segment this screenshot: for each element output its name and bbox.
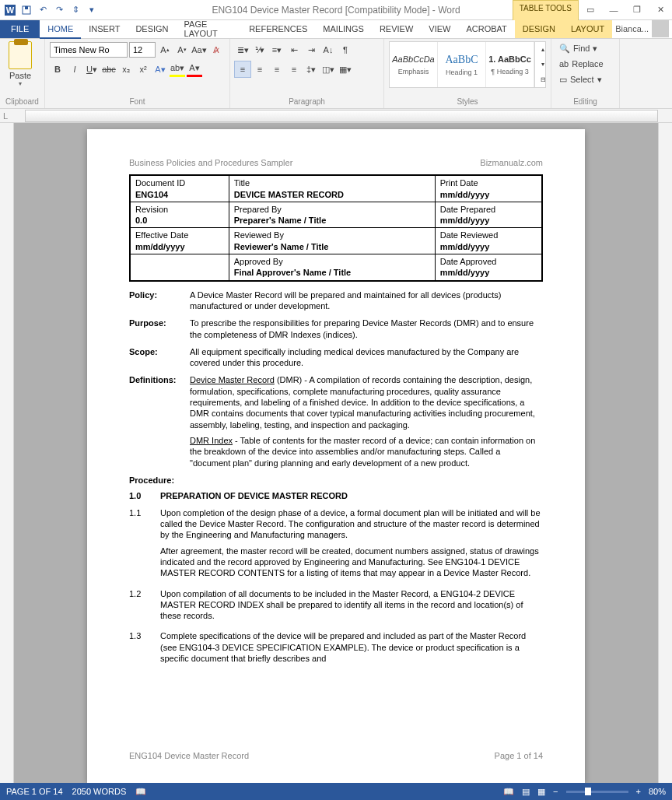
view-read-icon[interactable]: 📖	[503, 787, 514, 797]
group-paragraph: ≣▾ ⅟▾ ≡▾ ⇤ ⇥ A↓ ¶ ≡ ≡ ≡ ≡ ‡▾ ◫▾ ▦▾ Parag…	[230, 39, 384, 108]
table-row[interactable]: Revision0.0 Prepared ByPreparer's Name /…	[130, 202, 542, 228]
word-app-icon[interactable]: W	[3, 3, 17, 17]
svg-text:W: W	[6, 5, 15, 15]
purpose-section: Purpose: To prescribe the responsibiliti…	[129, 318, 543, 340]
page[interactable]: Business Policies and Procedures Sampler…	[87, 129, 585, 783]
increase-indent-icon[interactable]: ⇥	[303, 42, 319, 58]
restore-button[interactable]: ❐	[625, 0, 649, 20]
bold-icon[interactable]: B	[50, 61, 65, 77]
highlight-icon[interactable]: ab▾	[170, 61, 185, 77]
zoom-in-icon[interactable]: +	[636, 787, 641, 796]
undo-icon[interactable]: ↶	[36, 3, 50, 17]
item-1-3: 1.3 Complete specifications of the devic…	[129, 630, 543, 668]
styles-up-icon[interactable]: ▴	[535, 42, 551, 57]
align-left-icon[interactable]: ≡	[235, 61, 250, 77]
close-button[interactable]: ✕	[649, 0, 672, 20]
footer-right: Page 1 of 14	[495, 750, 543, 761]
group-font: A▴ A▾ Aa▾ A̷ B I U▾ abc x₂ x² A▾ ab▾ A▾ …	[45, 39, 230, 108]
font-size-input[interactable]	[129, 42, 156, 58]
style-emphasis[interactable]: AaBbCcDaEmphasis	[390, 42, 438, 87]
style-heading3[interactable]: 1. AaBbCc¶ Heading 3	[486, 42, 534, 87]
replace-button[interactable]: abReplace	[556, 57, 607, 71]
tab-design[interactable]: DESIGN	[128, 19, 176, 38]
subscript-icon[interactable]: x₂	[118, 61, 134, 77]
align-center-icon[interactable]: ≡	[252, 61, 268, 77]
tab-acrobat[interactable]: ACROBAT	[458, 19, 514, 38]
header-left: Business Policies and Procedures Sampler	[129, 157, 292, 168]
select-button[interactable]: ▭Select▾	[556, 72, 607, 86]
justify-icon[interactable]: ≡	[286, 61, 302, 77]
line-spacing-icon[interactable]: ‡▾	[303, 61, 319, 77]
italic-icon[interactable]: I	[67, 61, 82, 77]
user-account[interactable]: Bianca...	[612, 19, 672, 38]
styles-more-icon[interactable]: ⊟	[535, 72, 551, 87]
styles-group-label: Styles	[389, 97, 546, 108]
group-styles: AaBbCcDaEmphasis AaBbCHeading 1 1. AaBbC…	[384, 39, 551, 108]
tab-insert[interactable]: INSERT	[81, 19, 128, 38]
ribbon: Paste ▾ Clipboard A▴ A▾ Aa▾ A̷ B I U▾ ab…	[0, 39, 672, 109]
minimize-button[interactable]: —	[602, 0, 625, 20]
font-color-icon[interactable]: A▾	[187, 61, 202, 77]
table-row[interactable]: Document IDENG104 TitleDEVICE MASTER REC…	[130, 175, 542, 202]
paste-button[interactable]: Paste ▾	[5, 41, 36, 87]
change-case-icon[interactable]: Aa▾	[191, 42, 207, 58]
table-row[interactable]: Approved ByFinal Approver's Name / Title…	[130, 254, 542, 281]
shading-icon[interactable]: ◫▾	[320, 61, 336, 77]
tab-file[interactable]: FILE	[0, 19, 40, 38]
save-icon[interactable]	[19, 3, 33, 17]
font-name-input[interactable]	[50, 42, 128, 58]
strikethrough-icon[interactable]: abc	[101, 61, 117, 77]
touch-mode-icon[interactable]: ⇕	[68, 3, 82, 17]
sort-icon[interactable]: A↓	[320, 42, 336, 58]
vertical-ruler[interactable]	[0, 123, 14, 783]
view-web-icon[interactable]: ▦	[537, 787, 545, 797]
document-info-table[interactable]: Document IDENG104 TitleDEVICE MASTER REC…	[129, 174, 543, 281]
redo-icon[interactable]: ↷	[52, 3, 66, 17]
item-1-2: 1.2 Upon compilation of all documents to…	[129, 588, 543, 626]
table-row[interactable]: Effective Datemm/dd/yyyy Reviewed ByRevi…	[130, 228, 542, 254]
zoom-level[interactable]: 80%	[649, 787, 666, 796]
window-title: ENG104 Device Master Record [Compatibili…	[212, 5, 460, 16]
horizontal-ruler[interactable]	[25, 110, 658, 122]
clear-formatting-icon[interactable]: A̷	[208, 42, 224, 58]
ruler-corner-icon[interactable]: L	[0, 111, 11, 121]
view-print-icon[interactable]: ▤	[522, 787, 530, 797]
numbering-icon[interactable]: ⅟▾	[252, 42, 268, 58]
text-effects-icon[interactable]: A▾	[152, 61, 168, 77]
shrink-font-icon[interactable]: A▾	[174, 42, 190, 58]
tab-review[interactable]: REVIEW	[372, 19, 421, 38]
zoom-out-icon[interactable]: −	[553, 787, 558, 796]
vertical-scrollbar[interactable]	[658, 123, 672, 783]
tab-references[interactable]: REFERENCES	[241, 19, 315, 38]
grow-font-icon[interactable]: A▴	[157, 42, 173, 58]
align-right-icon[interactable]: ≡	[269, 61, 285, 77]
tab-page-layout[interactable]: PAGE LAYOUT	[177, 19, 242, 38]
decrease-indent-icon[interactable]: ⇤	[286, 42, 302, 58]
show-marks-icon[interactable]: ¶	[338, 42, 353, 58]
header-right: Bizmanualz.com	[480, 157, 543, 168]
ribbon-display-icon[interactable]: ▭	[579, 0, 602, 20]
customize-qat-icon[interactable]: ▾	[85, 3, 99, 17]
find-button[interactable]: 🔍Find▾	[556, 41, 607, 55]
status-words[interactable]: 2050 WORDS	[72, 787, 127, 796]
multilevel-list-icon[interactable]: ≡▾	[269, 42, 285, 58]
document-canvas[interactable]: Business Policies and Procedures Sampler…	[14, 123, 658, 783]
style-heading1[interactable]: AaBbCHeading 1	[438, 42, 486, 87]
styles-down-icon[interactable]: ▾	[535, 57, 551, 72]
user-name: Bianca...	[615, 24, 649, 33]
borders-icon[interactable]: ▦▾	[338, 61, 353, 77]
tab-view[interactable]: VIEW	[421, 19, 458, 38]
group-clipboard: Paste ▾ Clipboard	[0, 39, 45, 108]
tab-home[interactable]: HOME	[40, 20, 81, 39]
tab-table-design[interactable]: DESIGN	[515, 19, 563, 38]
proofing-icon[interactable]: 📖	[135, 787, 146, 797]
tab-table-layout[interactable]: LAYOUT	[563, 19, 612, 38]
styles-gallery[interactable]: AaBbCcDaEmphasis AaBbCHeading 1 1. AaBbC…	[389, 41, 546, 88]
tab-mailings[interactable]: MAILINGS	[315, 19, 372, 38]
status-page[interactable]: PAGE 1 OF 14	[6, 787, 63, 796]
underline-icon[interactable]: U▾	[84, 61, 100, 77]
superscript-icon[interactable]: x²	[135, 61, 151, 77]
clipboard-icon	[9, 41, 32, 69]
zoom-slider[interactable]	[566, 791, 628, 793]
bullets-icon[interactable]: ≣▾	[235, 42, 250, 58]
